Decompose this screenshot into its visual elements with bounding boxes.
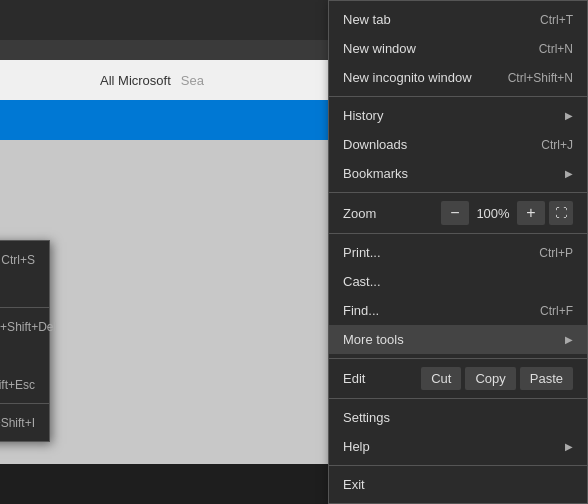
zoom-label: Zoom (343, 206, 441, 221)
menu-item-history[interactable]: History ▶ (329, 101, 587, 130)
save-page-shortcut: Ctrl+S (1, 253, 35, 267)
new-incognito-label: New incognito window (343, 70, 472, 85)
menu-item-new-window[interactable]: New window Ctrl+N (329, 34, 587, 63)
edit-row: Edit Cut Copy Paste (329, 363, 587, 394)
submenu-item-developer-tools[interactable]: Developer tools Ctrl+Shift+I (0, 408, 49, 437)
zoom-fullscreen-button[interactable]: ⛶ (549, 201, 573, 225)
zoom-in-button[interactable]: + (517, 201, 545, 225)
main-dropdown-menu: New tab Ctrl+T New window Ctrl+N New inc… (328, 0, 588, 504)
cut-button[interactable]: Cut (421, 367, 461, 390)
paste-button[interactable]: Paste (520, 367, 573, 390)
menu-item-cast[interactable]: Cast... (329, 267, 587, 296)
divider-2 (329, 192, 587, 193)
downloads-label: Downloads (343, 137, 407, 152)
zoom-out-button[interactable]: − (441, 201, 469, 225)
developer-tools-shortcut: Ctrl+Shift+I (0, 416, 35, 430)
more-tools-arrow: ▶ (565, 334, 573, 345)
find-shortcut: Ctrl+F (540, 304, 573, 318)
menu-item-settings[interactable]: Settings (329, 403, 587, 432)
all-microsoft-text: All Microsoft (100, 73, 171, 88)
new-incognito-shortcut: Ctrl+Shift+N (508, 71, 573, 85)
submenu-item-create-shortcut[interactable]: Create shortcut... (0, 274, 49, 303)
print-label: Print... (343, 245, 381, 260)
new-tab-label: New tab (343, 12, 391, 27)
edit-label: Edit (343, 371, 417, 386)
exit-label: Exit (343, 477, 365, 492)
divider-5 (329, 398, 587, 399)
zoom-value: 100% (475, 206, 511, 221)
menu-item-new-tab[interactable]: New tab Ctrl+T (329, 5, 587, 34)
downloads-shortcut: Ctrl+J (541, 138, 573, 152)
divider-6 (329, 465, 587, 466)
submenu-divider-1 (0, 307, 49, 308)
zoom-row: Zoom − 100% + ⛶ (329, 197, 587, 229)
search-prefix: Sea (181, 73, 204, 88)
help-arrow: ▶ (565, 441, 573, 452)
bookmarks-arrow: ▶ (565, 168, 573, 179)
help-label: Help (343, 439, 370, 454)
divider-3 (329, 233, 587, 234)
menu-item-bookmarks[interactable]: Bookmarks ▶ (329, 159, 587, 188)
submenu-item-task-manager[interactable]: Task manager Shift+Esc (0, 370, 49, 399)
menu-item-more-tools[interactable]: More tools ▶ (329, 325, 587, 354)
new-window-label: New window (343, 41, 416, 56)
submenu-item-extensions[interactable]: Extensions (0, 341, 49, 370)
bookmarks-label: Bookmarks (343, 166, 408, 181)
print-shortcut: Ctrl+P (539, 246, 573, 260)
divider-1 (329, 96, 587, 97)
divider-4 (329, 358, 587, 359)
copy-button[interactable]: Copy (465, 367, 515, 390)
cast-label: Cast... (343, 274, 381, 289)
menu-item-downloads[interactable]: Downloads Ctrl+J (329, 130, 587, 159)
menu-item-new-incognito[interactable]: New incognito window Ctrl+Shift+N (329, 63, 587, 92)
task-manager-shortcut: Shift+Esc (0, 378, 35, 392)
submenu-item-clear-browsing[interactable]: Clear browsing data... Ctrl+Shift+Del (0, 312, 49, 341)
menu-item-find[interactable]: Find... Ctrl+F (329, 296, 587, 325)
menu-item-help[interactable]: Help ▶ (329, 432, 587, 461)
history-arrow: ▶ (565, 110, 573, 121)
history-label: History (343, 108, 383, 123)
clear-browsing-shortcut: Ctrl+Shift+Del (0, 320, 56, 334)
new-window-shortcut: Ctrl+N (539, 42, 573, 56)
more-tools-label: More tools (343, 332, 404, 347)
menu-item-exit[interactable]: Exit (329, 470, 587, 499)
new-tab-shortcut: Ctrl+T (540, 13, 573, 27)
find-label: Find... (343, 303, 379, 318)
settings-label: Settings (343, 410, 390, 425)
submenu-item-save-page[interactable]: Save page as... Ctrl+S (0, 245, 49, 274)
more-tools-submenu: Save page as... Ctrl+S Create shortcut..… (0, 240, 50, 442)
submenu-divider-2 (0, 403, 49, 404)
menu-item-print[interactable]: Print... Ctrl+P (329, 238, 587, 267)
